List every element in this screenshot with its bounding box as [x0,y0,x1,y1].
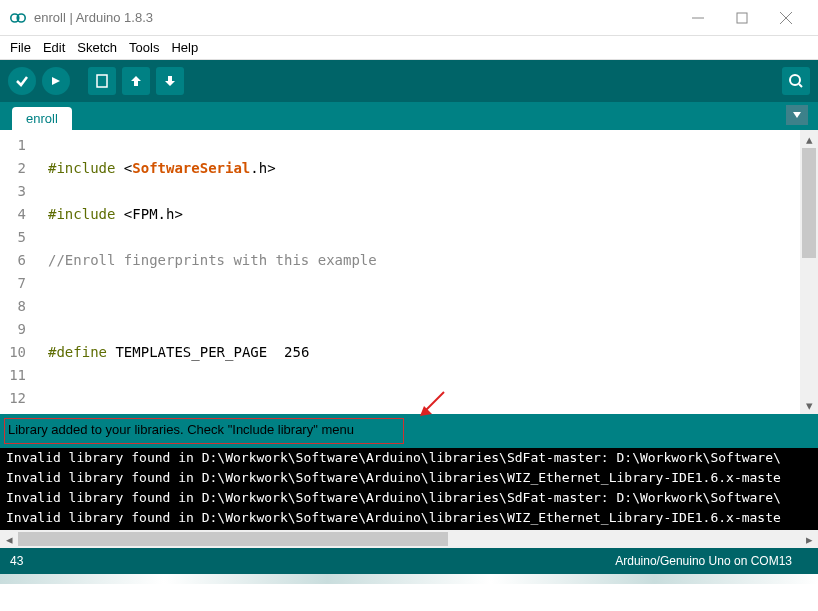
svg-marker-12 [793,112,801,118]
horizontal-scrollbar[interactable]: ◂ ▸ [0,530,818,548]
console-output: Invalid library found in D:\Workwork\Sof… [0,448,818,530]
console-line: Invalid library found in D:\Workwork\Sof… [6,448,812,468]
line-number-indicator: 43 [10,554,23,568]
console-line: Invalid library found in D:\Workwork\Sof… [6,488,812,508]
console-line: Invalid library found in D:\Workwork\Sof… [6,508,812,528]
arduino-logo-icon [10,10,26,26]
save-button[interactable] [156,67,184,95]
scroll-down-icon[interactable]: ▾ [800,396,818,414]
tab-menu-button[interactable] [786,105,808,125]
window-title: enroll | Arduino 1.8.3 [34,10,690,25]
toolbar [0,60,818,102]
minimize-button[interactable] [690,10,706,26]
upload-button[interactable] [42,67,70,95]
titlebar: enroll | Arduino 1.8.3 [0,0,818,36]
board-port-indicator: Arduino/Genuino Uno on COM13 [615,554,792,568]
close-button[interactable] [778,10,794,26]
svg-marker-8 [131,76,141,86]
scroll-thumb[interactable] [18,532,448,546]
decorative-strip [0,574,818,584]
code-editor[interactable]: 123456789101112 #include <SoftwareSerial… [0,130,818,414]
svg-rect-7 [97,75,107,87]
new-button[interactable] [88,67,116,95]
status-bar: Library added to your libraries. Check "… [0,414,818,448]
menu-edit[interactable]: Edit [37,40,71,55]
open-button[interactable] [122,67,150,95]
maximize-button[interactable] [734,10,750,26]
scroll-thumb[interactable] [802,148,816,258]
tab-enroll[interactable]: enroll [12,107,72,130]
menu-file[interactable]: File [4,40,37,55]
scroll-left-icon[interactable]: ◂ [0,530,18,548]
code-area[interactable]: #include <SoftwareSerial.h> #include <FP… [38,130,800,414]
menubar: File Edit Sketch Tools Help [0,36,818,60]
console-line: Invalid library found in D:\Workwork\Sof… [6,468,812,488]
scroll-up-icon[interactable]: ▴ [800,130,818,148]
svg-line-11 [799,84,802,87]
menu-tools[interactable]: Tools [123,40,165,55]
serial-monitor-button[interactable] [782,67,810,95]
svg-marker-6 [52,77,60,85]
vertical-scrollbar[interactable]: ▴ ▾ [800,130,818,414]
svg-point-10 [790,75,800,85]
menu-sketch[interactable]: Sketch [71,40,123,55]
footer-bar: 43 Arduino/Genuino Uno on COM13 [0,548,818,574]
svg-rect-3 [737,13,747,23]
menu-help[interactable]: Help [165,40,204,55]
verify-button[interactable] [8,67,36,95]
line-gutter: 123456789101112 [0,130,38,414]
svg-marker-9 [165,76,175,86]
tab-bar: enroll [0,102,818,130]
status-message: Library added to your libraries. Check "… [0,414,818,445]
scroll-right-icon[interactable]: ▸ [800,530,818,548]
